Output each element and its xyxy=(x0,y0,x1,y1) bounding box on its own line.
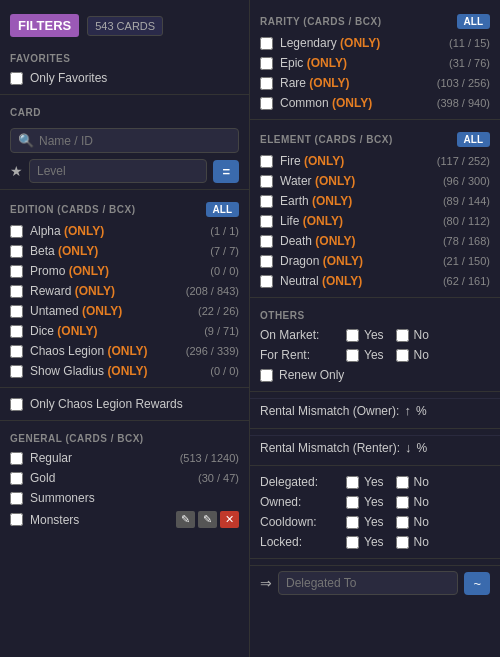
rarity-common-checkbox[interactable] xyxy=(260,97,273,110)
element-water-label: Water (ONLY) xyxy=(280,174,436,188)
eq-button[interactable]: = xyxy=(213,160,239,183)
cooldown-no-group: No xyxy=(396,515,429,529)
element-fire-checkbox[interactable] xyxy=(260,155,273,168)
general-summoners-checkbox[interactable] xyxy=(10,492,23,505)
locked-label: Locked: xyxy=(260,535,340,549)
level-row: ★ = xyxy=(10,159,239,183)
rarity-rare-count: (103 / 256) xyxy=(437,77,490,89)
divider-r6 xyxy=(250,558,500,559)
search-input[interactable] xyxy=(39,134,231,148)
general-regular-checkbox[interactable] xyxy=(10,452,23,465)
delegated-yes-checkbox[interactable] xyxy=(346,476,359,489)
element-life-count: (80 / 112) xyxy=(443,215,490,227)
search-icon: 🔍 xyxy=(18,133,34,148)
edition-reward-checkbox[interactable] xyxy=(10,285,23,298)
search-row[interactable]: 🔍 xyxy=(10,128,239,153)
rarity-legendary-row: Legendary (ONLY) (11 / 15) xyxy=(250,33,500,53)
edition-chaos-checkbox[interactable] xyxy=(10,345,23,358)
delegated-to-input[interactable] xyxy=(278,571,458,595)
down-arrow-icon: ↓ xyxy=(405,440,412,455)
rarity-legendary-checkbox[interactable] xyxy=(260,37,273,50)
rarity-epic-row: Epic (ONLY) (31 / 76) xyxy=(250,53,500,73)
general-regular-count: (513 / 1240) xyxy=(180,452,239,464)
element-dragon-count: (21 / 150) xyxy=(443,255,490,267)
divider-r5 xyxy=(250,465,500,466)
others-section-label: OTHERS xyxy=(260,310,305,321)
element-death-label: Death (ONLY) xyxy=(280,234,436,248)
monsters-delete-icon[interactable]: ✕ xyxy=(220,511,239,528)
edition-all-button[interactable]: ALL xyxy=(206,202,239,217)
element-earth-checkbox[interactable] xyxy=(260,195,273,208)
owned-no-checkbox[interactable] xyxy=(396,496,409,509)
edition-chaos-count: (296 / 339) xyxy=(186,345,239,357)
owned-row: Owned: Yes No xyxy=(250,492,500,512)
element-all-button[interactable]: ALL xyxy=(457,132,490,147)
edition-chaos-row: Chaos Legion (ONLY) (296 / 339) xyxy=(0,341,249,361)
owned-yes-checkbox[interactable] xyxy=(346,496,359,509)
element-death-checkbox[interactable] xyxy=(260,235,273,248)
for-rent-yes-checkbox[interactable] xyxy=(346,349,359,362)
monsters-edit-icon[interactable]: ✎ xyxy=(176,511,195,528)
general-gold-row: Gold (30 / 47) xyxy=(0,468,249,488)
cooldown-yes-checkbox[interactable] xyxy=(346,516,359,529)
element-life-row: Life (ONLY) (80 / 112) xyxy=(250,211,500,231)
edition-dice-checkbox[interactable] xyxy=(10,325,23,338)
edition-dice-row: Dice (ONLY) (9 / 71) xyxy=(0,321,249,341)
edition-beta-checkbox[interactable] xyxy=(10,245,23,258)
edition-alpha-checkbox[interactable] xyxy=(10,225,23,238)
edition-promo-label: Promo (ONLY) xyxy=(30,264,203,278)
locked-no-checkbox[interactable] xyxy=(396,536,409,549)
delegated-no-checkbox[interactable] xyxy=(396,476,409,489)
renew-only-checkbox[interactable] xyxy=(260,369,273,382)
edition-promo-row: Promo (ONLY) (0 / 0) xyxy=(0,261,249,281)
edition-dice-label: Dice (ONLY) xyxy=(30,324,197,338)
element-death-row: Death (ONLY) (78 / 168) xyxy=(250,231,500,251)
edition-chaos-label: Chaos Legion (ONLY) xyxy=(30,344,179,358)
element-neutral-checkbox[interactable] xyxy=(260,275,273,288)
rarity-rare-checkbox[interactable] xyxy=(260,77,273,90)
element-fire-row: Fire (ONLY) (117 / 252) xyxy=(250,151,500,171)
rarity-all-button[interactable]: ALL xyxy=(457,14,490,29)
monsters-edit2-icon[interactable]: ✎ xyxy=(198,511,217,528)
owned-yes-group: Yes xyxy=(346,495,384,509)
header-bar: FILTERS 543 CARDS xyxy=(0,8,249,43)
rental-mismatch-renter-row: Rental Mismatch (Renter): ↓ % xyxy=(250,435,500,459)
for-rent-no-checkbox[interactable] xyxy=(396,349,409,362)
on-market-no-checkbox[interactable] xyxy=(396,329,409,342)
edition-gladius-checkbox[interactable] xyxy=(10,365,23,378)
rarity-epic-count: (31 / 76) xyxy=(449,57,490,69)
rarity-epic-checkbox[interactable] xyxy=(260,57,273,70)
divider-r2 xyxy=(250,297,500,298)
element-neutral-row: Neutral (ONLY) (62 / 161) xyxy=(250,271,500,291)
edition-untamed-checkbox[interactable] xyxy=(10,305,23,318)
general-monsters-checkbox[interactable] xyxy=(10,513,23,526)
divider-3 xyxy=(0,387,249,388)
owned-no-group: No xyxy=(396,495,429,509)
on-market-yes-group: Yes xyxy=(346,328,384,342)
renew-only-row: Renew Only xyxy=(250,365,500,385)
edition-gladius-label: Show Gladius (ONLY) xyxy=(30,364,203,378)
locked-no-label: No xyxy=(414,535,429,549)
only-chaos-rewards-checkbox[interactable] xyxy=(10,398,23,411)
owned-yes-label: Yes xyxy=(364,495,384,509)
edition-beta-row: Beta (ONLY) (7 / 7) xyxy=(0,241,249,261)
cooldown-no-checkbox[interactable] xyxy=(396,516,409,529)
level-input[interactable] xyxy=(29,159,207,183)
locked-yes-checkbox[interactable] xyxy=(346,536,359,549)
general-gold-checkbox[interactable] xyxy=(10,472,23,485)
general-summoners-row: Summoners xyxy=(0,488,249,508)
element-dragon-checkbox[interactable] xyxy=(260,255,273,268)
rarity-common-label: Common (ONLY) xyxy=(280,96,430,110)
others-section-header: OTHERS xyxy=(250,304,500,325)
only-favorites-checkbox[interactable] xyxy=(10,72,23,85)
owned-label: Owned: xyxy=(260,495,340,509)
rarity-legendary-count: (11 / 15) xyxy=(449,37,490,49)
element-life-checkbox[interactable] xyxy=(260,215,273,228)
delegated-to-row: ⇒ ~ xyxy=(250,565,500,600)
element-water-checkbox[interactable] xyxy=(260,175,273,188)
tilde-button[interactable]: ~ xyxy=(464,572,490,595)
cooldown-label: Cooldown: xyxy=(260,515,340,529)
edition-promo-checkbox[interactable] xyxy=(10,265,23,278)
delegated-label: Delegated: xyxy=(260,475,340,489)
on-market-yes-checkbox[interactable] xyxy=(346,329,359,342)
